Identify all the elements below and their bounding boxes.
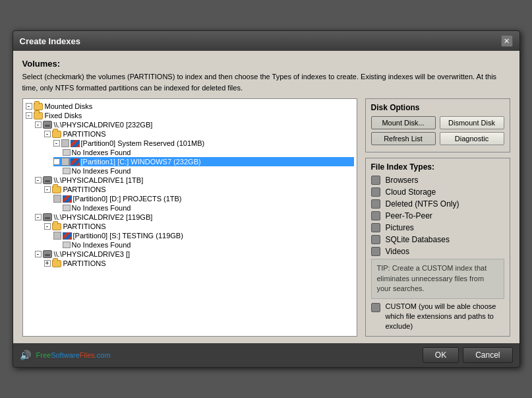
tree-item-drive0[interactable]: - \\.\PHYSICALDRIVE0 [232GB] [35,120,354,129]
expand-drive2[interactable]: - [35,214,42,220]
cancel-button[interactable]: Cancel [463,347,512,363]
folder-icon-partitions2 [52,223,61,230]
tree-item-part1-0[interactable]: [Partition0] [D:] PROJECTS (1TB) [53,194,354,203]
expand-part0-0[interactable]: - [53,140,60,147]
tree-item-fixed[interactable]: - Fixed Disks [26,111,354,120]
tree-item-partitions0[interactable]: - PARTITIONS [44,129,354,139]
checkbox-browsers[interactable] [371,176,380,185]
index-label-custom: CUSTOM (you will be able choose which fi… [386,302,504,332]
tip-box: TIP: Create a CUSTOM index that eliminat… [371,259,504,298]
tree-label-partitions1: PARTITIONS [63,185,106,193]
index-item-custom[interactable]: CUSTOM (you will be able choose which fi… [371,302,504,332]
title-bar: Create Indexes ✕ [13,31,519,51]
grid-icon-noindex2-0 [63,242,71,248]
index-item-sqlite[interactable]: SQLite Databases [371,235,504,244]
volumes-tree-panel[interactable]: - Mounted Disks - Fixed Disks - \\.\PHYS… [22,98,357,336]
volumes-label: Volumes: [22,59,510,69]
win-icon-part0-1 [71,158,80,166]
tree-label-part1-0: [Partition0] [D:] PROJECTS (1TB) [73,195,182,203]
win-icon-part1-0 [63,195,72,203]
folder-icon-mounted [34,103,43,110]
tree-item-part0-1[interactable]: - [Partition1] [C:] WINDOWS7 (232GB) [53,157,354,166]
dismount-disk-button[interactable]: Dismount Disk [440,116,504,129]
tree-item-noindex0-1: No Indexes Found [63,166,354,176]
close-button[interactable]: ✕ [501,35,513,47]
tree-label-partitions3: PARTITIONS [63,259,106,267]
tree-item-partitions3[interactable]: + PARTITIONS [44,259,354,268]
tree-label-drive3: \\.\PHYSICALDRIVE3 [] [54,250,131,258]
tree-item-noindex1-0: No Indexes Found [63,203,354,213]
drive-icon-3 [43,250,52,258]
index-item-deleted[interactable]: Deleted (NTFS Only) [371,199,504,209]
ok-button[interactable]: OK [423,347,459,363]
expand-partitions3[interactable]: + [44,260,51,267]
tree-item-drive1[interactable]: - \\.\PHYSICALDRIVE1 [1TB] [35,176,354,185]
tree-label-noindex1-0: No Indexes Found [72,204,131,212]
expand-partitions1[interactable]: - [44,186,51,193]
expand-part0-1[interactable]: - [53,158,60,165]
drive-icon-0 [43,121,52,129]
drive-icon-2 [43,213,52,221]
folder-icon-partitions1 [52,186,61,193]
index-item-browsers[interactable]: Browsers [371,176,504,185]
checkbox-videos[interactable] [371,247,380,256]
right-panel: Disk Options Mount Disk... Dismount Disk… [365,98,510,336]
grid-icon-noindex0-0 [63,149,71,156]
index-item-pictures[interactable]: Pictures [371,223,504,232]
dialog-body: Volumes: Select (checkmark) the volumes … [13,51,519,343]
expand-drive1[interactable]: - [35,177,42,183]
checkbox-p2p[interactable] [371,211,380,220]
index-label-sqlite: SQLite Databases [386,235,450,244]
tree-label-part0-0: [Partition0] System Reserved (101MB) [81,139,205,147]
main-content-row: - Mounted Disks - Fixed Disks - \\.\PHYS… [22,98,510,336]
tree-item-part2-0[interactable]: [Partition0] [S:] TESTING (119GB) [53,231,354,240]
expand-drive3[interactable]: - [35,251,42,257]
checkbox-deleted[interactable] [371,199,380,209]
tree-label-noindex0-0: No Indexes Found [72,149,131,156]
index-label-p2p: Peer-To-Peer [386,211,432,220]
expand-mounted[interactable]: - [26,103,32,110]
tree-item-drive3[interactable]: - \\.\PHYSICALDRIVE3 [] [35,249,354,259]
expand-partitions0[interactable]: - [44,131,51,137]
expand-fixed[interactable]: - [26,112,32,119]
index-item-cloud[interactable]: Cloud Storage [371,187,504,197]
mount-disk-button[interactable]: Mount Disk... [371,116,436,129]
tree-item-partitions1[interactable]: - PARTITIONS [44,185,354,194]
checkbox-sqlite[interactable] [371,235,380,244]
checkbox-part1-0[interactable] [53,195,61,203]
tree-item-mounted[interactable]: - Mounted Disks [26,102,354,111]
tree-item-part0-0[interactable]: - [Partition0] System Reserved (101MB) [53,139,354,148]
bottom-left: 🔊 FreeSoftwareFiles.com [20,350,111,360]
tree-label-fixed: Fixed Disks [45,112,82,119]
bottom-bar: 🔊 FreeSoftwareFiles.com OK Cancel [13,343,519,367]
checkbox-custom[interactable] [371,303,380,312]
index-item-p2p[interactable]: Peer-To-Peer [371,211,504,220]
tree-item-drive2[interactable]: - \\.\PHYSICALDRIVE2 [119GB] [35,213,354,222]
drive-icon-1 [43,176,52,184]
tree-label-mounted: Mounted Disks [45,102,93,110]
checkbox-part0-0[interactable] [61,139,69,147]
checkbox-cloud[interactable] [371,187,380,197]
tree-item-partitions2[interactable]: - PARTITIONS [44,222,354,231]
index-item-videos[interactable]: Videos [371,247,504,256]
diagnostic-button[interactable]: Diagnostic [440,132,504,145]
refresh-list-button[interactable]: Refresh List [371,132,436,145]
disk-options-row2: Refresh List Diagnostic [371,132,504,145]
index-label-cloud: Cloud Storage [386,187,436,197]
checkbox-pictures[interactable] [371,223,380,232]
grid-icon-noindex1-0 [63,205,71,211]
expand-partitions2[interactable]: - [44,223,51,230]
expand-drive0[interactable]: - [35,121,42,128]
file-index-title: File Index Types: [371,162,504,172]
folder-icon-partitions3 [52,260,61,267]
checkbox-part2-0[interactable] [53,232,61,240]
volumes-description: Select (checkmark) the volumes (PARTITIO… [22,71,510,93]
create-indexes-dialog: Create Indexes ✕ Volumes: Select (checkm… [13,30,520,367]
grid-icon-noindex0-1 [63,168,71,174]
tree-label-drive1: \\.\PHYSICALDRIVE1 [1TB] [54,176,144,184]
tree-label-noindex2-0: No Indexes Found [72,241,131,249]
checkbox-part0-1[interactable] [61,158,69,166]
disk-options-title: Disk Options [371,103,504,112]
tree-label-part2-0: [Partition0] [S:] TESTING (119GB) [73,232,183,240]
tree-label-noindex0-1: No Indexes Found [72,167,131,175]
